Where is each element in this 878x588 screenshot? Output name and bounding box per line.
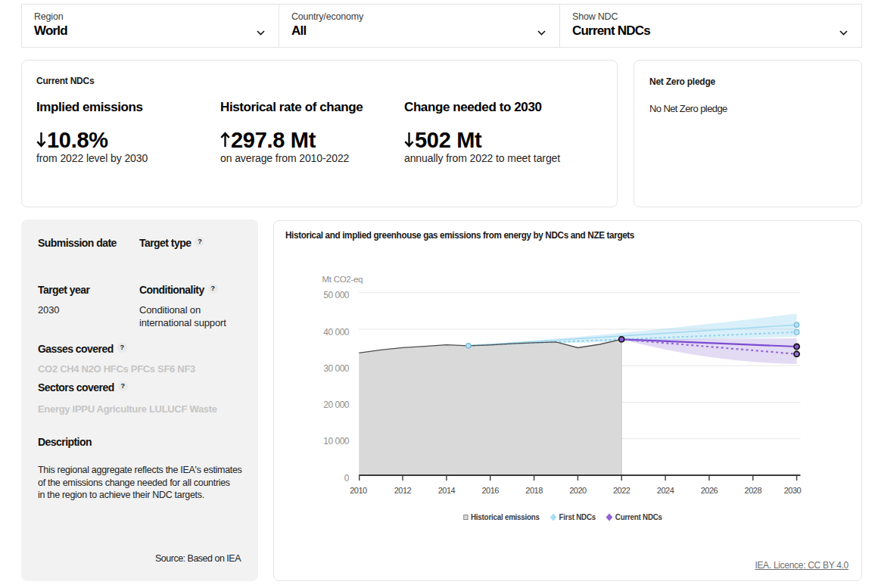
svg-text:Mt CO2-eq: Mt CO2-eq: [322, 275, 363, 284]
svg-text:10 000: 10 000: [323, 436, 350, 446]
svg-text:2010: 2010: [350, 486, 367, 495]
svg-text:2020: 2020: [569, 486, 587, 495]
svg-text:20 000: 20 000: [323, 400, 350, 410]
svg-text:2022: 2022: [613, 486, 630, 495]
svg-text:2012: 2012: [394, 486, 412, 495]
svg-text:2024: 2024: [657, 486, 674, 495]
svg-text:2028: 2028: [745, 486, 762, 495]
svg-text:2014: 2014: [438, 486, 456, 495]
svg-text:0: 0: [344, 473, 350, 484]
svg-text:2016: 2016: [481, 486, 499, 495]
svg-text:2030: 2030: [784, 486, 802, 495]
svg-text:30 000: 30 000: [323, 363, 350, 374]
svg-text:2026: 2026: [701, 486, 718, 495]
svg-text:2018: 2018: [525, 486, 543, 495]
svg-text:40 000: 40 000: [323, 327, 350, 338]
svg-text:50 000: 50 000: [323, 290, 350, 300]
